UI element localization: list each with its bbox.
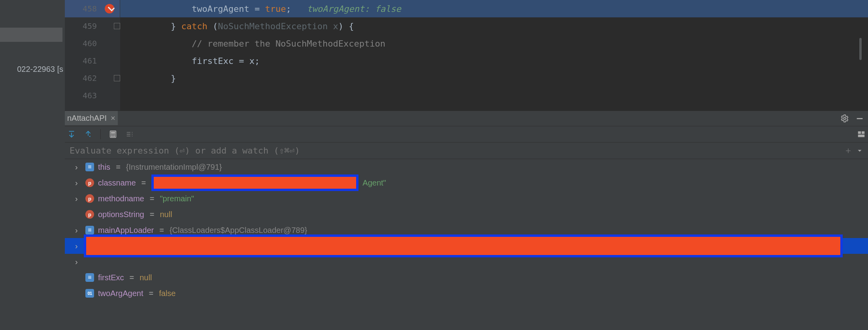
variable-value: {ClassLoaders$AppClassLoader@789} — [170, 226, 307, 235]
variable-name: methodname — [98, 194, 144, 203]
breakpoint-icon[interactable] — [105, 4, 114, 13]
code-token: ) { — [338, 21, 354, 31]
add-watch-icon[interactable] — [844, 147, 852, 155]
evaluate-expression-input[interactable] — [70, 146, 840, 156]
code-token: = x; — [239, 56, 260, 66]
equals-sign: = — [147, 289, 155, 298]
code-token: ; — [286, 4, 307, 14]
chevron-right-icon[interactable]: › — [75, 194, 81, 203]
code-token: twoArgAgent — [192, 4, 255, 14]
watch-settings-icon[interactable] — [125, 130, 134, 139]
variable-row[interactable]: firstExc = null — [65, 270, 868, 285]
project-tool-window[interactable]: 022-22963 [s — [0, 0, 65, 330]
gutter-line[interactable]: 459 — [65, 17, 120, 35]
project-tree-selection[interactable] — [0, 28, 62, 42]
gutter-line[interactable]: 458 — [65, 0, 120, 17]
variable-name: classname — [98, 178, 136, 188]
chevron-right-icon[interactable]: › — [75, 242, 81, 251]
svg-point-5 — [113, 135, 113, 135]
variable-name: mainAppLoader — [98, 226, 154, 235]
equals-sign: = — [148, 194, 156, 203]
gutter-line[interactable]: 461 — [65, 52, 120, 69]
editor-gutter[interactable]: 458459460461462463 — [65, 0, 120, 111]
variable-row[interactable]: › — [65, 254, 868, 270]
minimize-icon[interactable] — [855, 114, 864, 123]
code-line[interactable]: firstExc = x; — [120, 52, 868, 69]
calculator-icon[interactable] — [109, 130, 117, 139]
equals-sign: = — [114, 163, 122, 172]
close-icon[interactable]: × — [111, 114, 115, 123]
editor-code-area[interactable]: twoArgAgent = true; twoArgAgent: false }… — [120, 0, 868, 111]
variable-row[interactable]: ›classname = Agent" — [65, 175, 868, 191]
equals-sign: = — [158, 226, 166, 235]
variable-value: {InstrumentationImpl@791} — [126, 163, 222, 172]
code-token: true — [265, 4, 286, 14]
svg-rect-3 — [111, 132, 115, 134]
fold-icon[interactable] — [114, 75, 120, 81]
gutter-line[interactable]: 460 — [65, 35, 120, 52]
svg-rect-10 — [858, 131, 861, 134]
app-root: 022-22963 [s 458459460461462463 twoArgAg… — [0, 0, 868, 330]
project-tree-item-label[interactable]: 022-22963 [s — [0, 62, 65, 76]
code-token: twoArgAgent: false — [307, 4, 401, 14]
code-token: catch — [181, 21, 207, 31]
svg-point-4 — [111, 135, 112, 135]
svg-point-8 — [113, 136, 113, 137]
variable-row[interactable]: ›this = {InstrumentationImpl@791} — [65, 159, 868, 175]
svg-point-9 — [114, 136, 115, 137]
svg-point-6 — [114, 135, 115, 135]
step-into-icon[interactable] — [84, 130, 92, 139]
step-out-icon[interactable] — [67, 130, 76, 139]
code-line[interactable]: // remember the NoSuchMethodException — [120, 35, 868, 52]
variable-name: firstExc — [98, 273, 124, 282]
object-icon — [85, 226, 94, 234]
svg-rect-11 — [862, 131, 864, 134]
chevron-right-icon[interactable]: › — [75, 226, 81, 235]
evaluate-expression-bar — [65, 142, 868, 159]
svg-point-0 — [843, 117, 846, 120]
variable-name: this — [98, 163, 110, 172]
equals-sign: = — [128, 273, 136, 282]
gutter-line[interactable]: 462 — [65, 69, 120, 87]
code-token: } — [171, 21, 181, 31]
debug-tab-label: nAttachAPI — [67, 114, 107, 123]
variable-row[interactable]: ›methodname = "premain" — [65, 191, 868, 206]
chevron-right-icon[interactable]: › — [75, 178, 81, 188]
code-token: } — [171, 73, 176, 83]
variable-value: null — [160, 210, 172, 219]
variable-row[interactable]: optionsString = null — [65, 206, 868, 222]
code-line[interactable]: twoArgAgent = true; twoArgAgent: false — [120, 0, 868, 17]
code-line[interactable]: } — [120, 69, 868, 87]
variable-row[interactable]: › — [65, 238, 868, 254]
layout-icon[interactable] — [857, 130, 866, 139]
chevron-down-icon[interactable] — [856, 147, 863, 154]
code-token: = — [255, 4, 265, 14]
object-icon — [85, 273, 94, 282]
code-editor[interactable]: 458459460461462463 twoArgAgent = true; t… — [65, 0, 868, 111]
code-token: NoSuchMethodException x — [218, 21, 338, 31]
chevron-right-icon[interactable]: › — [75, 163, 81, 172]
code-line[interactable] — [120, 87, 868, 104]
gear-icon[interactable] — [840, 114, 849, 123]
debug-tab[interactable]: nAttachAPI × — [65, 111, 118, 126]
svg-rect-1 — [857, 118, 863, 119]
code-line[interactable]: } catch (NoSuchMethodException x) { — [120, 17, 868, 35]
debug-tab-bar: nAttachAPI × — [65, 111, 868, 126]
parameter-icon — [85, 178, 94, 187]
main-column: 458459460461462463 twoArgAgent = true; t… — [65, 0, 868, 330]
equals-sign: = — [140, 178, 148, 188]
code-token: // remember the NoSuchMethodException — [192, 39, 385, 49]
parameter-icon — [85, 194, 94, 203]
fold-icon[interactable] — [114, 23, 120, 29]
object-icon — [85, 163, 94, 171]
toolbar-divider — [100, 129, 101, 139]
chevron-right-icon[interactable]: › — [75, 257, 81, 266]
editor-scrollbar[interactable] — [859, 38, 862, 60]
variables-tree[interactable]: ›this = {InstrumentationImpl@791}›classn… — [65, 159, 868, 330]
variable-row[interactable]: twoArgAgent = false — [65, 285, 868, 301]
variable-value: "premain" — [160, 194, 194, 203]
svg-point-7 — [111, 136, 112, 137]
gutter-line[interactable]: 463 — [65, 87, 120, 104]
variables-toolbar — [65, 126, 868, 142]
variable-value: false — [159, 289, 175, 298]
